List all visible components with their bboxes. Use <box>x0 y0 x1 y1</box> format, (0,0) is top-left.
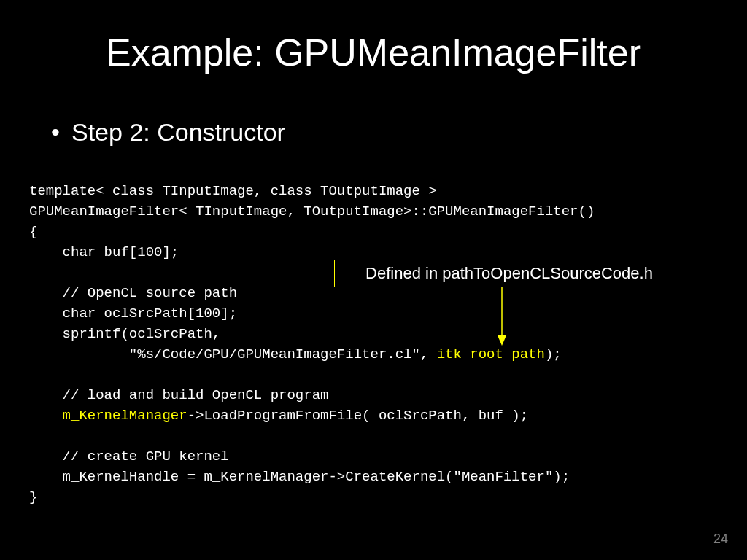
code-line <box>29 408 63 424</box>
code-line: // create GPU kernel <box>29 448 229 464</box>
bullet-step: Step 2: Constructor <box>71 118 285 147</box>
code-line: ->LoadProgramFromFile( oclSrcPath, buf )… <box>187 408 528 424</box>
code-line: { <box>29 224 37 240</box>
code-line: template< class TInputImage, class TOutp… <box>29 183 437 199</box>
code-highlight-kernelmanager: m_KernelManager <box>63 408 187 424</box>
code-line: // OpenCL source path <box>29 285 237 301</box>
slide-title: Example: GPUMeanImageFilter <box>0 31 747 74</box>
code-line: "%s/Code/GPU/GPUMeanImageFilter.cl", <box>29 346 437 362</box>
code-line: m_KernelHandle = m_KernelManager->Create… <box>29 469 570 485</box>
code-line: } <box>29 489 37 505</box>
code-line: char buf[100]; <box>29 244 179 260</box>
code-line: GPUMeanImageFilter< TInputImage, TOutput… <box>29 203 595 219</box>
code-block: template< class TInputImage, class TOutp… <box>29 181 595 508</box>
code-line: // load and build OpenCL program <box>29 387 328 403</box>
code-line: ); <box>545 346 562 362</box>
page-number: 24 <box>713 532 728 547</box>
callout-box: Defined in pathToOpenCLSourceCode.h <box>334 260 684 287</box>
callout-text: Defined in pathToOpenCLSourceCode.h <box>365 264 653 283</box>
code-highlight-itkrootpath: itk_root_path <box>437 346 545 362</box>
slide: Example: GPUMeanImageFilter Step 2: Cons… <box>0 0 747 560</box>
code-line: sprintf(oclSrcPath, <box>29 326 220 342</box>
code-line: char oclSrcPath[100]; <box>29 306 237 322</box>
